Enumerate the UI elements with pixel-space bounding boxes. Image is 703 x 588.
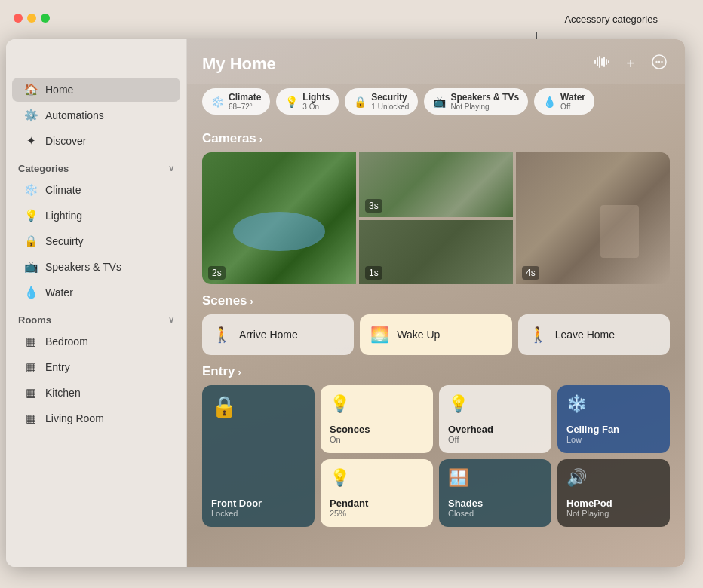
lighting-icon: 💡: [24, 209, 38, 222]
svg-point-8: [655, 61, 657, 63]
sidebar-item-lighting[interactable]: 💡 Lighting: [12, 204, 180, 228]
climate-pill-icon: ❄️: [211, 96, 224, 108]
annotation-top: Accessory categories: [564, 14, 658, 25]
kitchen-icon: ▦: [24, 386, 38, 400]
camera-timer-garage: 1s: [365, 266, 382, 280]
camera-timer-2: 3s: [365, 199, 382, 213]
cameras-grid: 2s 3s 1s 4s: [202, 152, 670, 284]
header: My Home +: [187, 39, 685, 84]
speakers-tvs-icon: 📺: [24, 260, 38, 274]
page-title: My Home: [202, 54, 276, 74]
security-icon: 🔒: [24, 234, 38, 248]
main-window: 🏠 Home ⚙️ Automations ✦ Discover Categor…: [6, 39, 685, 567]
camera-timer-3: 4s: [522, 266, 539, 280]
traffic-light-red[interactable]: [14, 14, 23, 23]
svg-rect-0: [594, 60, 596, 64]
pendant-icon: 💡: [330, 468, 424, 488]
traffic-lights: [14, 14, 50, 23]
traffic-light-yellow[interactable]: [27, 14, 36, 23]
pill-lights[interactable]: 💡 Lights 3 On: [276, 88, 339, 115]
speakers-tvs-pill-icon: 📺: [433, 96, 446, 108]
scene-leave-home[interactable]: 🚶 Leave Home: [518, 314, 670, 355]
water-pill-icon: 💧: [543, 96, 556, 108]
sidebar-item-discover-label: Discover: [45, 135, 86, 147]
svg-point-10: [661, 61, 662, 63]
camera-feed-garage[interactable]: 1s: [359, 220, 513, 285]
device-homepod[interactable]: 🔊 HomePod Not Playing: [557, 459, 670, 527]
sidebar-item-security[interactable]: 🔒 Secuirty: [12, 229, 180, 253]
sidebar-item-kitchen[interactable]: ▦ Kitchen: [12, 381, 180, 405]
device-front-door[interactable]: 🔒 Front Door Locked: [202, 385, 315, 527]
sidebar-item-entry[interactable]: ▦ Entry: [12, 355, 180, 379]
sidebar-item-water[interactable]: 💧 Water: [12, 280, 180, 305]
device-overhead[interactable]: 💡 Overhead Off: [439, 385, 551, 453]
camera-middle-column: 3s 1s: [359, 152, 513, 284]
entry-chevron: ›: [238, 366, 241, 378]
camera-feed-3[interactable]: 4s: [516, 152, 670, 284]
arrive-home-icon: 🚶: [213, 326, 232, 344]
wake-up-icon: 🌅: [370, 326, 389, 344]
pill-security[interactable]: 🔒 Security 1 Unlocked: [345, 88, 418, 115]
svg-rect-1: [597, 57, 598, 66]
leave-home-icon: 🚶: [529, 326, 548, 344]
categories-header[interactable]: Categories ∨: [6, 154, 186, 177]
sidebar-item-climate[interactable]: ❄️ Climate: [12, 178, 180, 202]
categories-chevron: ∨: [168, 164, 174, 173]
more-button[interactable]: [649, 51, 670, 76]
device-ceiling-fan[interactable]: ❄️ Ceiling Fan Low: [557, 385, 670, 453]
device-shades[interactable]: 🪟 Shades Closed: [439, 459, 551, 527]
home-icon: 🏠: [24, 83, 38, 96]
sidebar-item-speakers-tvs[interactable]: 📺 Speakers & TVs: [12, 255, 180, 279]
ceiling-fan-icon: ❄️: [566, 394, 661, 414]
camera-feed-1[interactable]: 2s: [202, 152, 356, 284]
pill-water[interactable]: 💧 Water Off: [534, 88, 594, 115]
cameras-chevron: ›: [259, 133, 262, 145]
camera-feed-2[interactable]: 3s: [359, 152, 513, 217]
sidebar-item-home[interactable]: 🏠 Home: [12, 78, 180, 102]
svg-rect-5: [606, 59, 607, 65]
entry-icon: ▦: [24, 360, 38, 374]
climate-icon: ❄️: [24, 183, 38, 197]
device-pendant[interactable]: 💡 Pendant 25%: [321, 459, 433, 527]
shades-icon: 🪟: [448, 468, 542, 488]
sidebar-item-automations-label: Automations: [45, 109, 104, 121]
scenes-section-header[interactable]: Scenes ›: [202, 293, 670, 308]
scene-wake-up[interactable]: 🌅 Wake Up: [360, 314, 511, 355]
entry-section-header[interactable]: Entry ›: [202, 364, 670, 379]
header-actions: +: [591, 51, 670, 76]
discover-icon: ✦: [24, 134, 38, 148]
sidebar-item-automations[interactable]: ⚙️ Automations: [12, 103, 180, 127]
sconces-icon: 💡: [330, 394, 424, 414]
scenes-chevron: ›: [250, 296, 253, 307]
svg-rect-3: [601, 58, 603, 66]
svg-rect-2: [599, 56, 600, 68]
bedroom-icon: ▦: [24, 335, 38, 348]
cameras-section-header[interactable]: Cameras ›: [202, 131, 670, 146]
homepod-icon: 🔊: [566, 468, 661, 488]
svg-rect-6: [608, 60, 609, 63]
add-button[interactable]: +: [623, 52, 638, 75]
waveform-button[interactable]: [591, 52, 612, 75]
sidebar-item-living-room[interactable]: ▦ Living Room: [12, 406, 180, 430]
main-content: My Home +: [187, 39, 685, 567]
sidebar-item-bedroom[interactable]: ▦ Bedroom: [12, 329, 180, 354]
svg-rect-4: [603, 57, 605, 67]
security-pill-icon: 🔒: [354, 96, 367, 108]
category-pills: ❄️ Climate 68–72° 💡 Lights 3 On 🔒 Securi…: [187, 84, 685, 122]
rooms-header[interactable]: Rooms ∨: [6, 305, 186, 329]
rooms-chevron: ∨: [168, 315, 174, 325]
front-door-icon: 🔒: [211, 394, 305, 419]
overhead-icon: 💡: [448, 394, 542, 414]
living-room-icon: ▦: [24, 412, 38, 425]
pill-climate[interactable]: ❄️ Climate 68–72°: [202, 88, 270, 115]
device-sconces[interactable]: 💡 Sconces On: [321, 385, 433, 453]
entry-grid: 🔒 Front Door Locked 💡 Sconces On: [202, 385, 670, 527]
sidebar-item-discover[interactable]: ✦ Discover: [12, 129, 180, 153]
camera-timer-1: 2s: [208, 266, 226, 280]
pill-speakers-tvs[interactable]: 📺 Speakers & TVs Not Playing: [424, 88, 528, 115]
scene-arrive-home[interactable]: 🚶 Arrive Home: [202, 314, 354, 355]
traffic-light-green[interactable]: [41, 14, 50, 23]
water-icon: 💧: [24, 286, 38, 299]
svg-point-9: [658, 61, 660, 63]
scenes-grid: 🚶 Arrive Home 🌅 Wake Up 🚶 Leave Home: [202, 314, 670, 355]
